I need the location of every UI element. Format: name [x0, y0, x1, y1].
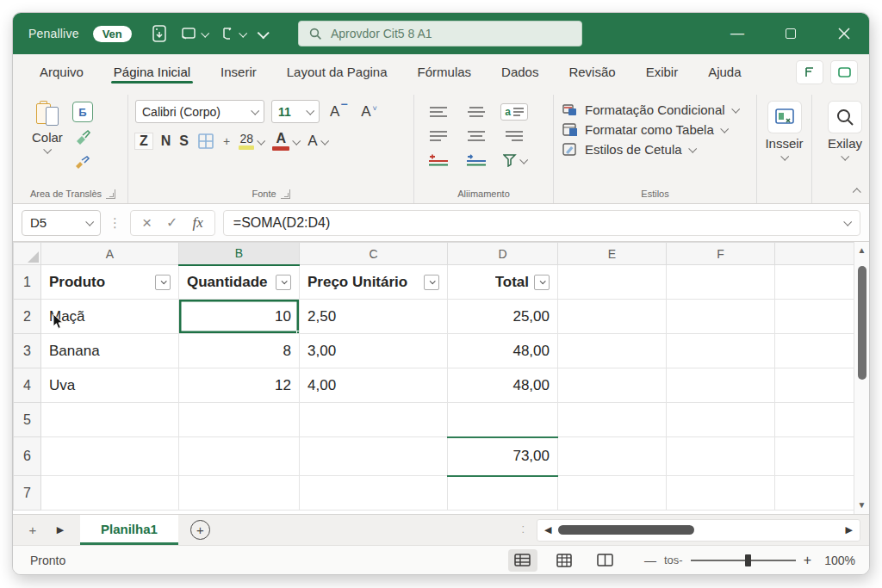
cell-d5[interactable] [448, 403, 558, 437]
increase-font-size-button[interactable]: A▔ [326, 103, 351, 121]
undo-icon[interactable] [181, 26, 208, 41]
cell-b4[interactable]: 12 [179, 368, 300, 403]
row-header-2[interactable]: 2 [14, 300, 41, 334]
filter-dropdown-quantidade[interactable] [276, 275, 291, 290]
scroll-left-icon[interactable]: ◀ [544, 524, 551, 535]
horizontal-scroll-thumb[interactable] [558, 525, 694, 535]
collapse-ribbon-button[interactable] [854, 183, 860, 198]
format-as-table-button[interactable]: Formatar como Tabela [562, 122, 748, 137]
cell-f4[interactable] [667, 368, 775, 403]
format-painter-button[interactable] [71, 127, 94, 147]
name-box[interactable]: D5 [22, 210, 101, 236]
cell-c2[interactable]: 2,50 [300, 300, 448, 334]
cell-f2[interactable] [667, 300, 775, 334]
select-all-corner[interactable] [14, 243, 41, 265]
cell-c6[interactable] [300, 437, 448, 476]
cell-c1[interactable]: Preço Unitário [300, 265, 448, 300]
insert-function-button[interactable]: fx [193, 214, 203, 232]
sheet-nav-all-button[interactable]: + [25, 523, 40, 537]
filter-dropdown-produto[interactable] [155, 275, 171, 290]
cell-e3[interactable] [558, 334, 667, 368]
cell-d2[interactable]: 25,00 [448, 300, 558, 334]
sheet-nav-next-icon[interactable]: ▶ [53, 524, 68, 535]
row-header-6[interactable]: 6 [14, 437, 41, 476]
normal-view-button[interactable] [508, 549, 537, 572]
font-family-select[interactable]: Calibri (Corpo) [135, 100, 264, 123]
paste-button[interactable]: Colar [23, 96, 71, 184]
underline-button[interactable]: S [179, 133, 189, 149]
filter-dropdown-total[interactable] [534, 275, 550, 290]
cell-a2[interactable]: Maçã [41, 300, 179, 334]
cell-b5[interactable] [179, 403, 300, 437]
more-font-settings-button[interactable]: A [307, 133, 326, 150]
column-header-d[interactable]: D [448, 243, 558, 265]
cell-a4[interactable]: Uva [41, 368, 179, 403]
cell-a6[interactable] [41, 437, 179, 476]
vertical-scroll-thumb[interactable] [858, 266, 866, 380]
share-button[interactable] [797, 61, 823, 84]
vertical-scrollbar[interactable]: ▲ ▼ [854, 242, 869, 514]
clipboard-dialog-launcher-icon[interactable] [106, 189, 115, 199]
enter-button[interactable]: ✓ [166, 214, 177, 231]
tab-split-handle[interactable]: ⁚ [522, 527, 525, 533]
tab-exibir[interactable]: Exibir [645, 56, 680, 88]
zoom-out-button[interactable]: — [644, 554, 656, 567]
tab-dados[interactable]: Dados [500, 56, 539, 88]
row-header-7[interactable]: 7 [14, 476, 41, 511]
tab-ajuda[interactable]: Ajuda [707, 56, 742, 88]
cell-d1[interactable]: Total [448, 265, 558, 300]
increase-indent-button[interactable] [466, 154, 487, 166]
cancel-button[interactable]: × [142, 214, 152, 231]
merge-center-button[interactable] [503, 154, 526, 167]
copy-format-button[interactable] [71, 152, 94, 172]
tab-inserir[interactable]: Inserir [220, 56, 258, 88]
row-header-3[interactable]: 3 [14, 334, 41, 368]
grand-total-cell-d6[interactable]: 73,00 [448, 437, 558, 476]
tab-pagina-inicial[interactable]: Página Inicial [113, 56, 191, 88]
align-left-button[interactable] [429, 130, 448, 142]
decrease-indent-button[interactable] [428, 154, 449, 166]
wrap-text-button[interactable]: a [500, 103, 528, 121]
conditional-formatting-button[interactable]: Formatação Condicional [562, 102, 748, 117]
formula-bar-handle[interactable]: ⋮ [109, 215, 122, 231]
cell-e5[interactable] [558, 403, 667, 437]
cell-b6[interactable] [179, 437, 300, 476]
align-right-button[interactable] [505, 130, 524, 142]
tab-arquivo[interactable]: Arquivo [39, 56, 84, 88]
fill-handle[interactable] [296, 331, 300, 334]
search-box[interactable]: Aprovdor Cit5 8 A1 [298, 21, 582, 46]
tab-revisao[interactable]: Revisão [568, 56, 616, 88]
save-icon[interactable] [151, 24, 168, 43]
align-top-button[interactable] [429, 106, 448, 118]
font-color-button[interactable]: A [272, 132, 299, 151]
cell-e2[interactable] [558, 300, 667, 334]
cell-b7[interactable] [179, 476, 300, 511]
cell-e7[interactable] [558, 476, 667, 511]
zoom-level[interactable]: 100% [819, 554, 855, 567]
scroll-down-icon[interactable]: ▼ [858, 497, 866, 514]
zoom-slider[interactable] [691, 554, 796, 566]
tab-layout-da-pagina[interactable]: Layout da Pagina [286, 56, 388, 88]
cell-d7[interactable] [448, 476, 558, 511]
active-cell-b2[interactable]: 10 [179, 300, 300, 334]
comments-button[interactable] [831, 61, 857, 84]
column-header-f[interactable]: F [667, 243, 775, 265]
cell-f7[interactable] [667, 476, 775, 511]
decrease-font-size-button[interactable]: A˅ [357, 103, 381, 121]
cell-e1[interactable] [558, 265, 667, 300]
cell-b1[interactable]: Quantidade [179, 265, 300, 300]
cell-a3[interactable]: Banana [41, 334, 179, 368]
cell-f6[interactable] [667, 437, 775, 476]
cell-f5[interactable] [667, 403, 775, 437]
page-break-view-button[interactable] [591, 549, 620, 572]
cell-c4[interactable]: 4,00 [300, 368, 448, 403]
cell-styles-button[interactable]: Estilos de Cetula [562, 142, 748, 157]
scroll-up-icon[interactable]: ▲ [858, 242, 866, 259]
cell-c3[interactable]: 3,00 [300, 334, 448, 368]
cell-a5[interactable] [41, 403, 179, 437]
column-header-b[interactable]: B [179, 243, 300, 265]
borders-button[interactable] [197, 133, 214, 150]
cell-d4[interactable]: 48,00 [448, 368, 558, 403]
cell-c7[interactable] [300, 476, 448, 511]
zoom-slider-thumb[interactable] [745, 554, 751, 566]
